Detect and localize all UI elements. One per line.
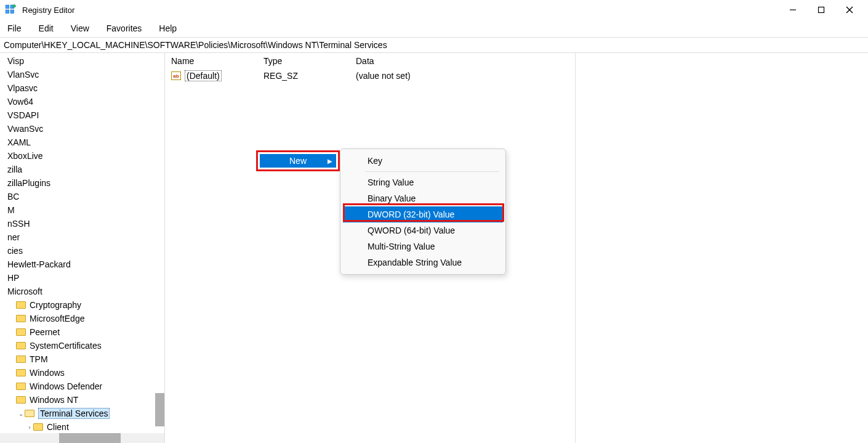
- tree-item[interactable]: cies: [0, 244, 164, 258]
- minimize-button[interactable]: [788, 5, 798, 15]
- svg-rect-3: [10, 10, 14, 14]
- tree-item[interactable]: Vow64: [0, 95, 164, 108]
- tree-item[interactable]: Vlpasvc: [0, 81, 164, 95]
- menu-edit[interactable]: Edit: [36, 22, 56, 35]
- tree-item-label: Terminal Services: [38, 408, 110, 419]
- tree-item-label: HP: [7, 273, 19, 283]
- context-submenu-item[interactable]: Key: [343, 153, 503, 169]
- tree-item[interactable]: XAML: [0, 136, 164, 149]
- folder-icon: [16, 396, 26, 404]
- value-type: REG_SZ: [263, 71, 356, 81]
- tree-item[interactable]: Hewlett-Packard: [0, 258, 164, 271]
- chevron-right-icon[interactable]: ›: [26, 424, 33, 431]
- menu-bar: File Edit View Favorites Help: [0, 20, 868, 37]
- tree-content: VispVlanSvcVlpasvcVow64VSDAPIVwanSvcXAML…: [0, 53, 164, 434]
- svg-rect-6: [819, 7, 824, 13]
- tree-item[interactable]: Windows: [0, 366, 164, 380]
- window-title: Registry Editor: [22, 6, 74, 15]
- close-button[interactable]: [845, 5, 854, 15]
- tree-item-label: nSSH: [7, 219, 30, 229]
- context-submenu-item[interactable]: Binary Value: [343, 190, 503, 206]
- tree-item[interactable]: Peernet: [0, 325, 164, 339]
- tree-item-label: Windows NT: [30, 395, 78, 405]
- folder-icon: [16, 383, 26, 390]
- values-pane: Name Type Data ab(Default)REG_SZ(value n…: [165, 53, 868, 443]
- menu-file[interactable]: File: [5, 22, 24, 35]
- tree-item[interactable]: Microsoft: [0, 285, 164, 298]
- tree-item[interactable]: VlanSvc: [0, 68, 164, 81]
- tree-item[interactable]: zillaPlugins: [0, 176, 164, 190]
- tree-item[interactable]: SystemCertificates: [0, 339, 164, 352]
- tree-item-label: VwanSvc: [7, 124, 43, 134]
- tree-item[interactable]: XboxLive: [0, 149, 164, 163]
- tree-item[interactable]: VSDAPI: [0, 108, 164, 122]
- svg-point-4: [13, 5, 16, 8]
- menu-view[interactable]: View: [68, 22, 92, 35]
- maximize-button[interactable]: [816, 5, 826, 15]
- folder-icon: [16, 315, 26, 322]
- folder-icon: [16, 356, 26, 363]
- tree-item[interactable]: M: [0, 203, 164, 217]
- value-name: (Default): [185, 70, 222, 81]
- tree-item[interactable]: ⌄Terminal Services: [0, 407, 164, 420]
- context-menu-separator: [365, 171, 499, 172]
- context-submenu-new: KeyString ValueBinary ValueDWORD (32-bit…: [340, 148, 506, 275]
- tree-item-label: Windows Defender: [30, 381, 102, 391]
- context-submenu-item[interactable]: QWORD (64-bit) Value: [343, 222, 503, 238]
- tree-item-label: Cryptography: [30, 300, 81, 310]
- context-submenu-item[interactable]: Expandable String Value: [343, 254, 503, 270]
- tree-item[interactable]: HP: [0, 271, 164, 285]
- column-data[interactable]: Data: [356, 56, 868, 66]
- tree-item[interactable]: nSSH: [0, 217, 164, 230]
- tree-item-label: VSDAPI: [7, 110, 39, 120]
- tree-item[interactable]: MicrosoftEdge: [0, 312, 164, 325]
- tree-item[interactable]: Windows NT: [0, 393, 164, 407]
- svg-rect-0: [6, 5, 9, 9]
- tree-item[interactable]: TPM: [0, 352, 164, 366]
- tree-item[interactable]: Cryptography: [0, 298, 164, 312]
- context-menu-item-new[interactable]: New ▶: [260, 154, 336, 168]
- menu-help[interactable]: Help: [156, 22, 179, 35]
- values-divider: [575, 53, 576, 443]
- tree-item-label: Vow64: [7, 97, 33, 107]
- vertical-scrollbar-thumb[interactable]: [155, 393, 164, 426]
- tree-item[interactable]: Windows Defender: [0, 380, 164, 393]
- tree-item-label: Windows: [30, 368, 65, 378]
- tree-item-label: MicrosoftEdge: [30, 314, 84, 323]
- svg-rect-2: [6, 10, 9, 14]
- tree-item[interactable]: ›Client: [0, 420, 164, 434]
- context-menu-new-highlight: New ▶: [256, 150, 340, 171]
- tree-item[interactable]: Visp: [0, 54, 164, 68]
- horizontal-scrollbar[interactable]: [0, 433, 164, 443]
- context-submenu-item[interactable]: DWORD (32-bit) Value: [343, 206, 503, 222]
- tree-item-label: Peernet: [30, 327, 60, 337]
- tree-item-label: Client: [47, 422, 69, 432]
- tree-item[interactable]: VwanSvc: [0, 122, 164, 136]
- column-type[interactable]: Type: [263, 56, 356, 66]
- tree-item[interactable]: zilla: [0, 163, 164, 176]
- context-submenu-item[interactable]: String Value: [343, 174, 503, 190]
- column-name[interactable]: Name: [171, 56, 263, 66]
- value-row[interactable]: ab(Default)REG_SZ(value not set): [165, 69, 868, 83]
- tree-item-label: Vlpasvc: [7, 83, 38, 93]
- menu-favorites[interactable]: Favorites: [104, 22, 145, 35]
- folder-icon: [33, 423, 43, 431]
- title-bar: Registry Editor: [0, 0, 868, 20]
- horizontal-scrollbar-thumb[interactable]: [59, 433, 121, 443]
- folder-icon: [16, 301, 26, 309]
- tree-item-label: VlanSvc: [7, 70, 39, 79]
- tree-item-label: M: [7, 205, 15, 215]
- tree-item-label: SystemCertificates: [30, 341, 102, 351]
- tree-item-label: cies: [7, 246, 23, 256]
- chevron-down-icon[interactable]: ⌄: [17, 410, 25, 417]
- window-controls: [788, 5, 868, 15]
- tree-item[interactable]: BC: [0, 190, 164, 203]
- context-submenu-item[interactable]: Multi-String Value: [343, 238, 503, 254]
- tree-item-label: Hewlett-Packard: [7, 259, 71, 269]
- tree-item-label: BC: [7, 192, 19, 201]
- folder-icon: [25, 410, 34, 417]
- tree-item[interactable]: ner: [0, 230, 164, 244]
- address-bar[interactable]: Computer\HKEY_LOCAL_MACHINE\SOFTWARE\Pol…: [0, 37, 868, 53]
- submenu-arrow-icon: ▶: [328, 158, 332, 165]
- tree-item-label: Microsoft: [7, 287, 42, 296]
